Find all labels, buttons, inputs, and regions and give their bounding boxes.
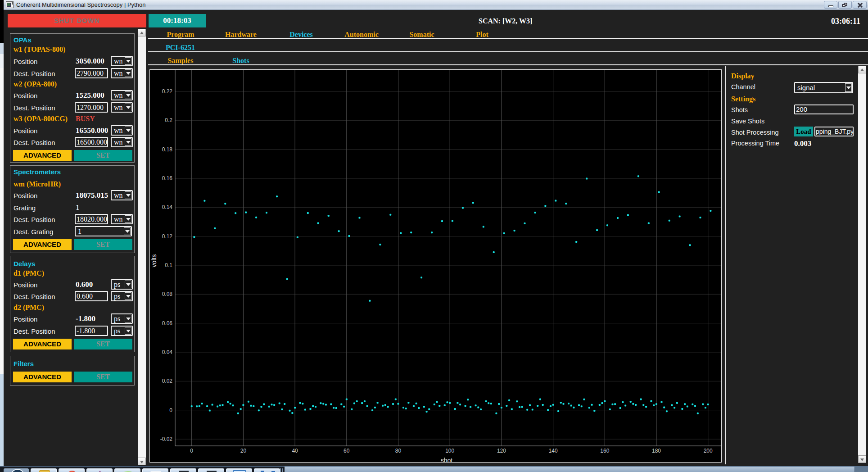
svg-text:0: 0	[190, 448, 193, 454]
svg-text:volts: volts	[150, 254, 158, 268]
svg-text:0: 0	[169, 407, 172, 413]
svg-text:60: 60	[344, 448, 350, 454]
svg-text:20: 20	[240, 448, 247, 454]
svg-text:0.16: 0.16	[162, 175, 173, 182]
svg-text:0.12: 0.12	[162, 233, 173, 240]
svg-text:0.14: 0.14	[162, 204, 173, 210]
svg-text:0.02: 0.02	[162, 378, 173, 384]
svg-text:120: 120	[497, 448, 506, 454]
svg-text:shot: shot	[441, 457, 453, 463]
svg-text:140: 140	[549, 448, 558, 454]
svg-text:0.1: 0.1	[165, 262, 172, 268]
svg-text:0.18: 0.18	[162, 146, 173, 153]
svg-text:0.04: 0.04	[162, 349, 173, 355]
svg-text:100: 100	[445, 448, 454, 454]
svg-text:160: 160	[600, 448, 609, 454]
svg-text:80: 80	[395, 448, 402, 454]
svg-text:0.22: 0.22	[162, 88, 173, 95]
svg-text:0.2: 0.2	[165, 117, 172, 123]
svg-text:-0.02: -0.02	[160, 436, 173, 442]
svg-text:40: 40	[292, 448, 298, 454]
svg-text:0.06: 0.06	[162, 320, 173, 327]
svg-text:180: 180	[652, 448, 661, 454]
svg-text:200: 200	[704, 448, 713, 454]
svg-text:0.08: 0.08	[162, 291, 173, 297]
